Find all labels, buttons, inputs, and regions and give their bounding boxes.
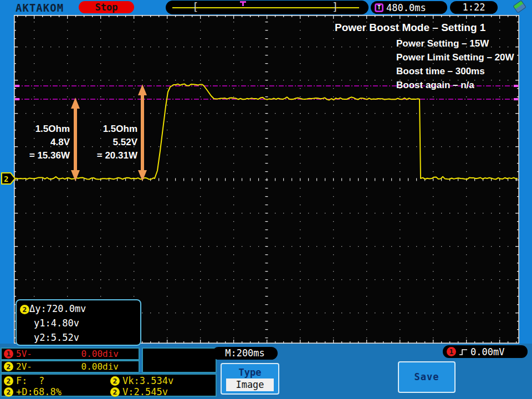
channel-1-scale-readout[interactable]: 1 5V- 0.00div: [1, 347, 140, 360]
annotation-title: Power Boost Mode – Setting 1: [335, 22, 485, 34]
run-stop-status-button[interactable]: Stop: [79, 1, 134, 13]
measurement-value: V:2.545v: [122, 386, 168, 397]
resistance-label: 1.5Ohm: [16, 122, 70, 136]
channel-2-badge: 2: [110, 376, 120, 386]
record-length-line: [172, 7, 359, 8]
brand-logo: AKTAKOM: [16, 2, 64, 14]
channel-2-scale-readout[interactable]: 2 2V- 0.00div: [1, 360, 140, 373]
rising-edge-icon: [459, 348, 468, 356]
trigger-point-marker-icon: [240, 1, 246, 3]
voltage-label: 5.52V: [83, 136, 137, 149]
annotation-setting-line: Power Limit Setting – 20W: [396, 50, 514, 64]
type-menu-button[interactable]: Type Image: [221, 363, 279, 395]
trigger-level-value: 0.00mV: [470, 346, 504, 357]
wattage-label: = 15.36W: [16, 149, 70, 162]
cursor-delta-value: Δy:720.0mv: [29, 303, 86, 314]
type-menu-selected-value[interactable]: Image: [226, 378, 274, 391]
measurement-value: +D:68.8%: [16, 386, 62, 397]
clock-readout: 1:22: [450, 1, 498, 14]
view-window-right-bracket: ]: [332, 0, 338, 14]
measurement-v: 2V:2.545v: [110, 386, 213, 397]
resistance-label: 1.5Ohm: [83, 122, 137, 136]
channel-2-badge: 2: [20, 305, 29, 314]
cursor-y2-value: y2:5.52v: [20, 330, 137, 345]
channel-2-badge: 2: [4, 376, 13, 386]
channel-2-position-marker: 2: [2, 173, 15, 184]
measurement-duty: 2+D:68.8%: [4, 386, 110, 397]
usb-drive-icon: [513, 0, 526, 13]
channel-2-badge: 2: [4, 387, 13, 397]
cursor-delta-row: 2Δy:720.0mv: [20, 301, 137, 316]
power-calc-label-20w: 1.5Ohm 5.52V = 20.31W: [83, 122, 137, 162]
power-calc-label-15w: 1.5Ohm 4.8V = 15.36W: [16, 122, 70, 162]
measurement-value: F: ?: [16, 375, 44, 386]
cursor-readout-box: 2Δy:720.0mv y1:4.80v y2:5.52v: [16, 299, 141, 346]
cursor-y1-value: y1:4.80v: [20, 316, 137, 330]
wattage-label: = 20.31W: [83, 149, 137, 162]
oscilloscope-screen: { "colors": { "frame_blue": "#1583d8", "…: [0, 0, 532, 399]
save-button[interactable]: Save: [398, 361, 456, 393]
annotation-settings-list: Power Setting – 15W Power Limit Setting …: [396, 37, 514, 92]
channel-2-position: 0.00div: [81, 361, 119, 372]
measurement-value: Vk:3.534v: [122, 375, 173, 386]
view-window-left-bracket: [: [192, 0, 198, 14]
timebase-readout: M:200ms: [212, 347, 278, 360]
trigger-position-bar[interactable]: [ ]: [166, 1, 369, 14]
measurement-frequency: 2F: ?: [4, 375, 110, 386]
acquisition-readout: (2.5KS/s) Depth:10K: [142, 347, 217, 373]
channel-1-badge: 1: [447, 347, 456, 356]
voltage-label: 4.8V: [16, 136, 70, 149]
channel-2-badge: 2: [4, 362, 13, 371]
annotation-setting-line: Boost time – 300ms: [396, 64, 514, 78]
trigger-delay-value: 480.0ms: [386, 2, 426, 13]
svg-text:2: 2: [4, 175, 8, 183]
annotation-setting-line: Power Setting – 15W: [396, 37, 514, 50]
measurement-vk: 2Vk:3.534v: [110, 375, 213, 386]
channel-1-badge: 1: [4, 349, 13, 359]
trigger-level-readout: 1 0.00mV: [443, 345, 528, 358]
channel-1-position: 0.00div: [81, 349, 119, 359]
trigger-delay-readout: T 480.0ms: [371, 1, 447, 14]
type-menu-label: Type: [222, 367, 278, 378]
channel-2-badge: 2: [110, 387, 120, 397]
annotation-setting-line: Boost again – n/a: [396, 78, 514, 92]
channel-2-scale: 2V-: [16, 361, 32, 372]
measurements-box: 2F: ? 2Vk:3.534v 2+D:68.8% 2V:2.545v: [1, 374, 217, 397]
channel-1-scale: 5V-: [16, 349, 32, 359]
trigger-t-icon: T: [375, 3, 383, 12]
